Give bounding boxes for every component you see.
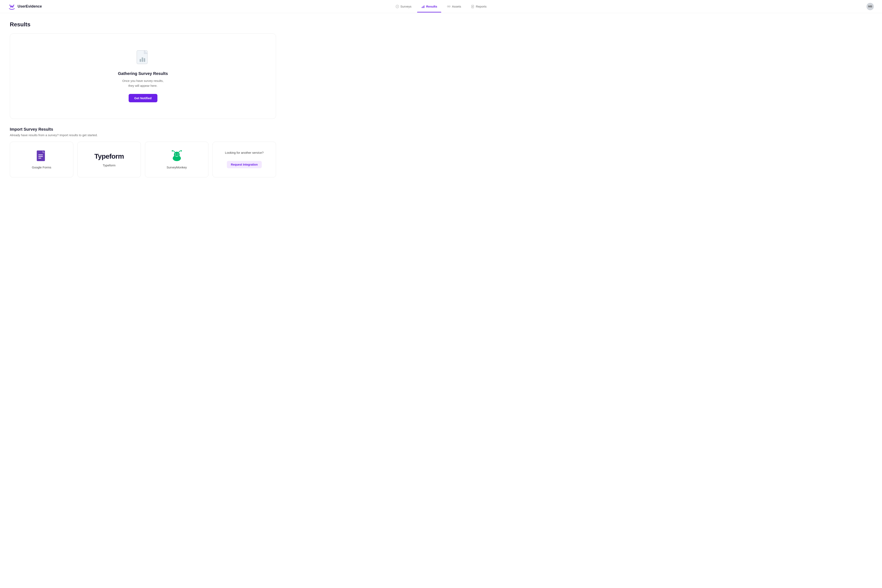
import-section-title: Import Survey Results	[10, 127, 276, 132]
reports-icon	[471, 5, 474, 8]
import-section-description: Already have results from a survey? Impo…	[10, 134, 276, 137]
svg-point-27	[181, 150, 182, 152]
results-label: Results	[426, 5, 437, 8]
google-forms-label: Google Forms	[32, 166, 51, 169]
svg-rect-18	[38, 156, 43, 157]
svg-rect-14	[142, 57, 143, 62]
empty-state-icon	[136, 50, 150, 66]
import-cards: Google Forms Typeform Typeform	[10, 142, 276, 177]
svg-point-25	[178, 154, 178, 154]
surveymonkey-icon	[170, 150, 184, 162]
main-content: Results Gathering Survey Results Once yo…	[0, 13, 286, 186]
assets-icon	[447, 5, 451, 8]
empty-state-description: Once you have survey results, they will …	[122, 78, 164, 88]
nav-links: Surveys Results Assets	[392, 3, 490, 10]
import-card-google-forms[interactable]: Google Forms	[10, 142, 73, 177]
nav-surveys[interactable]: Surveys	[392, 3, 416, 10]
typeform-logo-text: Typeform	[94, 152, 124, 160]
nav-reports[interactable]: Reports	[467, 3, 490, 10]
surveys-icon	[396, 5, 399, 8]
logo-text: UserEvidence	[18, 4, 42, 9]
avatar-initials: MB	[868, 5, 872, 8]
navbar: UserEvidence Surveys Results	[0, 0, 882, 13]
page-title: Results	[10, 21, 276, 28]
svg-rect-13	[140, 59, 141, 62]
svg-rect-2	[423, 6, 423, 8]
request-card-text: Looking for another service?	[225, 151, 264, 154]
nav-assets[interactable]: Assets	[443, 3, 465, 10]
svg-point-7	[450, 6, 450, 6]
logo-icon	[8, 3, 15, 10]
svg-point-24	[175, 154, 176, 154]
typeform-label: Typeform	[103, 164, 116, 167]
svg-rect-15	[144, 58, 145, 62]
google-forms-icon	[36, 150, 47, 162]
svg-point-26	[172, 150, 173, 152]
surveys-label: Surveys	[400, 5, 411, 8]
empty-state-title: Gathering Survey Results	[118, 71, 168, 76]
results-icon	[421, 5, 425, 8]
empty-state-card: Gathering Survey Results Once you have s…	[10, 33, 276, 119]
import-card-surveymonkey[interactable]: SurveyMonkey	[145, 142, 208, 177]
request-integration-button[interactable]: Request Integration	[227, 161, 262, 168]
surveymonkey-label: SurveyMonkey	[166, 166, 187, 169]
request-integration-card: Looking for another service? Request Int…	[213, 142, 276, 177]
svg-rect-3	[424, 5, 424, 8]
svg-rect-17	[38, 154, 43, 155]
import-section: Import Survey Results Already have resul…	[10, 127, 276, 177]
get-notified-button[interactable]: Get Notified	[129, 94, 158, 102]
logo[interactable]: UserEvidence	[8, 3, 42, 10]
user-avatar[interactable]: MB	[867, 3, 874, 10]
import-card-typeform[interactable]: Typeform Typeform	[77, 142, 141, 177]
assets-label: Assets	[452, 5, 461, 8]
nav-results[interactable]: Results	[417, 3, 441, 10]
svg-rect-19	[38, 158, 41, 158]
reports-label: Reports	[476, 5, 486, 8]
svg-rect-1	[422, 7, 422, 8]
